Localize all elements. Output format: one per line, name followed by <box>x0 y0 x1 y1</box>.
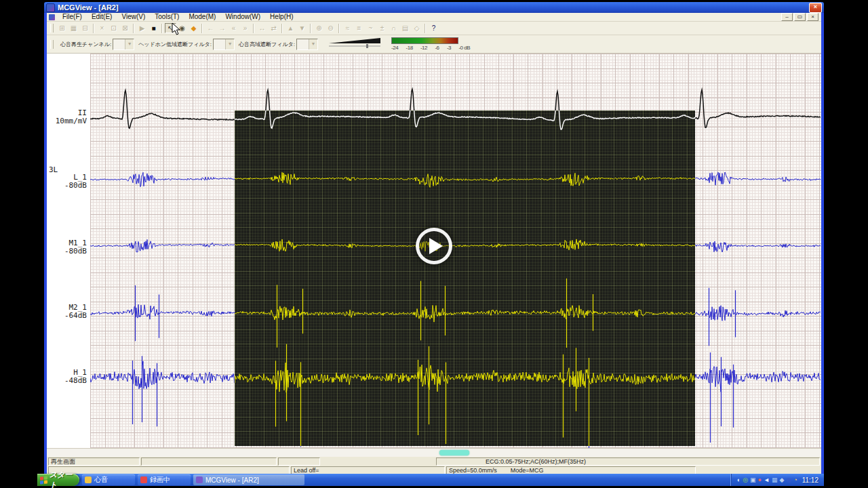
window-title: MCGView - [AR2] <box>58 3 119 12</box>
db-tick-label: -18 <box>406 45 413 51</box>
headphone-lowcut-label: ヘッドホン低域遮断フィルタ: <box>138 41 212 48</box>
taskbar-clock: 11:12 <box>802 476 818 484</box>
taskbar: スタート 心音録画中MCGView - [AR2] ◐◎▣●◄▦◆◍◔ 11:1… <box>37 474 824 486</box>
headphone-lowcut-select[interactable]: ▼ <box>213 39 235 50</box>
toolbar-separator <box>201 24 203 33</box>
toolbar-separator <box>338 24 340 33</box>
status-mode-segment: 再生画面 <box>48 458 140 466</box>
help-button[interactable]: ? <box>428 23 439 33</box>
annotate-button: ∩ <box>388 23 399 33</box>
trace-label-H_1: H_1-48dB <box>47 369 87 385</box>
task-button-1[interactable]: 録画中 <box>138 474 191 485</box>
menu-tools[interactable]: Tools(T) <box>150 13 184 21</box>
menu-help[interactable]: Help(H) <box>265 13 298 21</box>
toolbar-grip <box>50 24 54 33</box>
task-buttons: 心音録画中MCGView - [AR2] <box>79 474 304 485</box>
prev-page-button: ← <box>205 23 216 33</box>
open-file-button: ⊞ <box>56 23 68 33</box>
scrollbar-thumb[interactable] <box>439 450 469 455</box>
network-icon[interactable]: ▦ <box>772 474 778 486</box>
filter-button: ≈ <box>342 23 353 33</box>
recording-tray-icon[interactable]: ● <box>758 474 762 486</box>
copy-button: ⊡ <box>108 23 119 33</box>
highcut-filter-select[interactable]: ▼ <box>296 39 318 50</box>
marker-button[interactable]: ◆ <box>188 23 199 33</box>
messenger-icon[interactable]: ◎ <box>743 474 748 486</box>
folder-icon <box>85 476 92 483</box>
db-meter: -24-18-12-6-3-0 dB <box>391 37 470 51</box>
volume-wedge-icon <box>328 37 382 48</box>
menu-file[interactable]: File(F) <box>58 13 87 21</box>
display-icon[interactable]: ▣ <box>750 474 756 486</box>
playback-channel-select[interactable]: ▼ <box>113 39 134 50</box>
status-ecg-segment: ECG:0.05-75Hz;AC(60Hz);MF(35Hz) <box>436 458 820 466</box>
toolbar-buttons: ⊞▦⊟×⊡⊠▶■↖◉◆←→«»↔⇄▲▼⊕⊖≈≡~±∩▤◇? <box>56 23 439 33</box>
antivirus-icon[interactable]: ◍ <box>786 474 791 486</box>
menu-window[interactable]: Window(W) <box>220 13 265 21</box>
measure-button: ± <box>376 23 388 33</box>
stop-button[interactable]: ■ <box>148 23 159 33</box>
last-page-button: » <box>239 23 251 33</box>
db-scale-labels: -24-18-12-6-3-0 dB <box>391 45 470 51</box>
db-tick-label: -12 <box>420 45 427 51</box>
toolbar-grip2 <box>50 40 54 49</box>
close-child-button[interactable]: × <box>807 13 818 21</box>
status-segment <box>141 458 277 466</box>
waveform-canvas[interactable] <box>90 54 821 448</box>
wave-mode-button: ~ <box>365 23 376 33</box>
time-scrollbar[interactable] <box>47 448 821 457</box>
gain-up-button: ▲ <box>285 23 296 33</box>
playback-channel-label: 心音再生チャンネル: <box>60 41 111 48</box>
ecg-filter-info: ECG:0.05-75Hz;AC(60Hz);MF(35Hz) <box>437 458 588 465</box>
video-play-button[interactable] <box>416 228 452 264</box>
lead-off-label: Lead off= <box>292 467 321 474</box>
compress-time-button: ⇄ <box>268 23 279 33</box>
toolbar-separator <box>161 24 163 33</box>
print-button: ⊟ <box>79 23 91 33</box>
start-label: スタート <box>50 470 79 488</box>
cut-button: × <box>96 23 108 33</box>
task-button-0[interactable]: 心音 <box>82 474 135 485</box>
grid-toggle-button: ≡ <box>353 23 365 33</box>
app-window: File(F)Edit(E)View(V)Tools(T)Mode(M)Wind… <box>44 13 824 474</box>
record-icon <box>140 476 147 483</box>
video-frame: MCGView - [AR2] × File(F)Edit(E)View(V)T… <box>0 0 868 488</box>
zoom-out-button: ⊖ <box>325 23 336 33</box>
db-meter-bar <box>391 37 458 44</box>
speaker-icon[interactable]: ◄ <box>764 474 770 486</box>
task-button-2[interactable]: MCGView - [AR2] <box>193 474 304 485</box>
task-label: 心音 <box>94 475 108 485</box>
start-button[interactable]: スタート <box>37 474 79 486</box>
gain-down-button: ▼ <box>296 23 308 33</box>
db-tick-label: -24 <box>391 45 398 51</box>
volume-slider[interactable] <box>328 37 382 51</box>
report-button: ▤ <box>399 23 411 33</box>
system-tray: ◐◎▣●◄▦◆◍◔ 11:12 <box>730 474 824 486</box>
zoom-in-button: ⊕ <box>313 23 325 33</box>
menu-edit[interactable]: Edit(E) <box>87 13 117 21</box>
save-button: ▦ <box>68 23 79 33</box>
paste-button: ⊠ <box>119 23 131 33</box>
audio-toolbar: 心音再生チャンネル: ▼ ヘッドホン低域遮断フィルタ: ▼ 心音高域遮断フィルタ… <box>47 35 821 54</box>
device-icon[interactable]: ◆ <box>779 474 784 486</box>
close-button[interactable]: × <box>809 3 822 13</box>
db-tick-label: -3 <box>447 45 451 51</box>
restore-child-button[interactable]: ▭ <box>794 13 806 21</box>
status-playback-label: 再生画面 <box>49 458 77 466</box>
chart-area[interactable]: 3L II10mm/mVL_1-80dBM1_1-80dBM2_1-64dBH_… <box>47 54 821 448</box>
toolbar-separator <box>253 24 254 33</box>
chevron-down-icon: ▼ <box>125 39 134 49</box>
menu-view[interactable]: View(V) <box>117 13 150 21</box>
accessibility-icon[interactable]: ◐ <box>737 474 741 486</box>
next-page-button: → <box>216 23 228 33</box>
mouse-cursor-icon <box>172 22 181 36</box>
windows-logo-icon <box>40 476 47 484</box>
menu-mode[interactable]: Mode(M) <box>184 13 220 21</box>
update-icon[interactable]: ◔ <box>793 474 797 486</box>
menubar: File(F)Edit(E)View(V)Tools(T)Mode(M)Wind… <box>47 13 821 22</box>
trace-label-II: II10mm/mV <box>47 109 87 125</box>
menu-items: File(F)Edit(E)View(V)Tools(T)Mode(M)Wind… <box>58 13 298 21</box>
minimize-child-button[interactable]: – <box>781 13 793 21</box>
app-icon <box>46 3 55 12</box>
statusbar-row1: 再生画面 ECG:0.05-75Hz;AC(60Hz);MF(35Hz) <box>47 457 821 466</box>
